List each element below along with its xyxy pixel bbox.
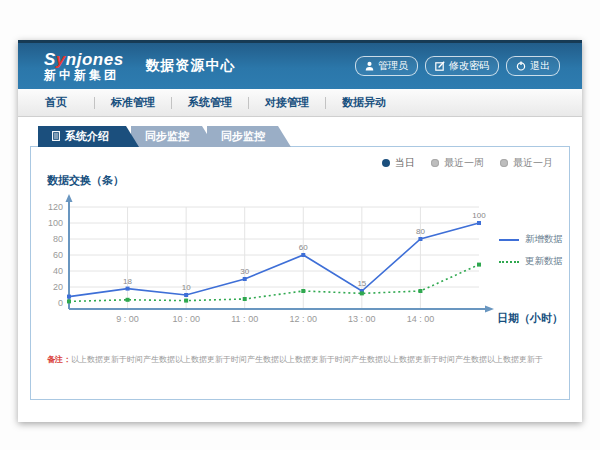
time-range-filter: 当日 最近一周 最近一月 — [382, 156, 553, 170]
note-text: 以上数据更新于时间产生数据以上数据更新于时间产生数据以上数据更新于时间产生数据以… — [71, 355, 543, 364]
legend-line-dotted-icon — [499, 261, 519, 263]
legend-label: 更新数据 — [525, 255, 563, 268]
page-title: 数据资源中心 — [146, 57, 236, 75]
svg-text:80: 80 — [53, 234, 63, 244]
svg-text:120: 120 — [48, 202, 63, 212]
line-chart: 0204060801001209 : 0010 : 0011 : 0012 : … — [39, 191, 509, 327]
main-nav: 首页 标准管理 系统管理 对接管理 数据异动 — [18, 89, 582, 117]
svg-text:100: 100 — [48, 218, 63, 228]
nav-item-home[interactable]: 首页 — [18, 95, 94, 110]
radio-dot-icon — [500, 159, 508, 167]
radio-dot-icon — [382, 159, 390, 167]
legend-item-new-data: 新增数据 — [499, 233, 563, 246]
tab-bar: 系统介绍 同步监控 同步监控 — [38, 126, 291, 147]
user-button-label: 管理员 — [378, 59, 408, 73]
edit-pencil-icon — [435, 61, 445, 71]
svg-text:11 : 00: 11 : 00 — [231, 314, 258, 324]
logout-button-label: 退出 — [530, 59, 550, 73]
tab-sync-monitor-2[interactable]: 同步监控 — [207, 126, 291, 147]
svg-text:13 : 00: 13 : 00 — [348, 314, 376, 324]
svg-text:0: 0 — [58, 298, 63, 308]
tab-label: 系统介绍 — [65, 129, 109, 144]
svg-text:40: 40 — [53, 266, 63, 276]
radio-label: 最近一周 — [444, 156, 484, 170]
logo-subtext: 新中新集团 — [44, 69, 124, 82]
nav-item-interface-mgmt[interactable]: 对接管理 — [249, 95, 325, 110]
document-icon — [52, 131, 60, 143]
svg-text:60: 60 — [53, 250, 63, 260]
logo-wordmark: Synjones — [44, 51, 124, 69]
radio-label: 最近一月 — [513, 156, 553, 170]
person-icon — [365, 61, 374, 71]
legend-label: 新增数据 — [525, 233, 563, 246]
tab-label: 同步监控 — [221, 129, 265, 144]
note: 备注：以上数据更新于时间产生数据以上数据更新于时间产生数据以上数据更新于时间产生… — [47, 354, 543, 365]
nav-item-system-mgmt[interactable]: 系统管理 — [172, 95, 248, 110]
logo-accent-y: y — [56, 50, 66, 69]
change-password-button[interactable]: 修改密码 — [425, 56, 499, 76]
svg-text:80: 80 — [416, 227, 425, 236]
svg-text:15: 15 — [357, 279, 366, 288]
svg-text:9 : 00: 9 : 00 — [116, 314, 139, 324]
change-password-button-label: 修改密码 — [449, 59, 489, 73]
header-actions: 管理员 修改密码 退出 — [355, 56, 560, 76]
chart-legend: 新增数据 更新数据 — [499, 233, 563, 268]
svg-text:60: 60 — [299, 243, 308, 252]
tab-label: 同步监控 — [145, 129, 189, 144]
legend-line-solid-icon — [499, 239, 519, 241]
power-icon — [516, 61, 526, 71]
tab-system-intro[interactable]: 系统介绍 — [38, 126, 139, 147]
company-logo: Synjones 新中新集团 — [44, 51, 124, 81]
svg-text:30: 30 — [240, 267, 249, 276]
app-header: Synjones 新中新集团 数据资源中心 管理员 修改密码 退出 — [18, 40, 582, 89]
nav-item-standard-mgmt[interactable]: 标准管理 — [95, 95, 171, 110]
chart-x-axis-title: 日期（小时） — [497, 311, 563, 326]
user-button[interactable]: 管理员 — [355, 56, 418, 76]
chart-y-axis-title: 数据交换（条） — [47, 173, 124, 188]
svg-text:12 : 00: 12 : 00 — [290, 314, 318, 324]
nav-item-data-change[interactable]: 数据异动 — [326, 95, 402, 110]
radio-today[interactable]: 当日 — [382, 156, 415, 170]
note-prefix: 备注： — [47, 355, 71, 364]
svg-text:18: 18 — [123, 277, 132, 286]
svg-text:10 : 00: 10 : 00 — [172, 314, 200, 324]
chart-panel: 当日 最近一周 最近一月 数据交换（条） 0204060801001209 : … — [30, 146, 570, 400]
svg-text:10: 10 — [182, 283, 191, 292]
radio-dot-icon — [431, 159, 439, 167]
svg-text:100: 100 — [472, 211, 486, 220]
radio-last-week[interactable]: 最近一周 — [431, 156, 484, 170]
legend-item-update-data: 更新数据 — [499, 255, 563, 268]
logout-button[interactable]: 退出 — [506, 56, 560, 76]
tab-sync-monitor-1[interactable]: 同步监控 — [131, 126, 215, 147]
svg-text:14 : 00: 14 : 00 — [407, 314, 435, 324]
radio-last-month[interactable]: 最近一月 — [500, 156, 553, 170]
svg-text:20: 20 — [53, 282, 63, 292]
app-window: Synjones 新中新集团 数据资源中心 管理员 修改密码 退出 — [18, 40, 582, 422]
radio-label: 当日 — [395, 156, 415, 170]
